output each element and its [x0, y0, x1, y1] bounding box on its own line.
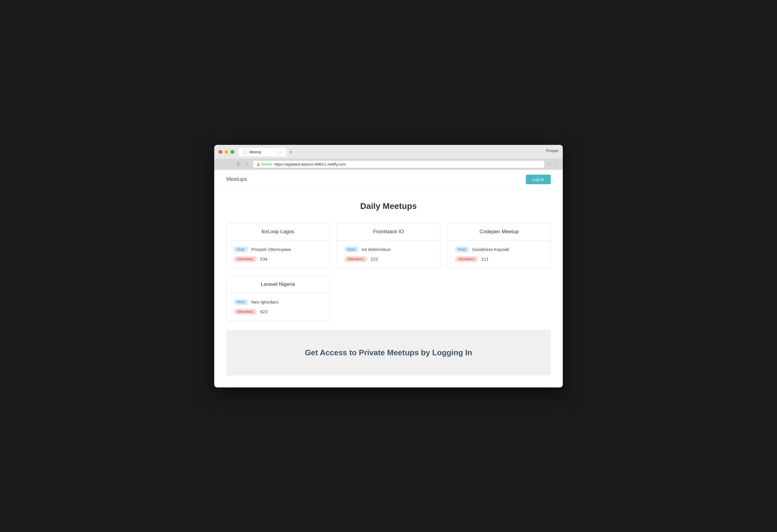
host-name-frontstack: Ire Aderinokun: [362, 247, 391, 252]
tab-page-icon: 📄: [243, 150, 247, 154]
card-header-frontstack: Frontstack IO: [337, 223, 440, 240]
host-name-laravel: Neo Ighodaro: [251, 299, 279, 305]
address-actions: ☆ ⋮: [547, 162, 559, 167]
address-url: https://agitated-davinci-4df0c1.netlify.…: [274, 162, 346, 167]
new-tab-button[interactable]: +: [287, 148, 295, 156]
browser-window: 📄 Meetup × + Prosper ‹ › ↻ ⌂ 🔒 Secure ht…: [214, 145, 563, 388]
login-button[interactable]: Log In: [526, 175, 551, 184]
attendees-row-codepen: Attendees: 111: [455, 256, 543, 262]
host-badge-frontstack: Host:: [344, 246, 359, 252]
attendees-badge-codepen: Attendees:: [455, 256, 478, 262]
title-bar: 📄 Meetup × + Prosper: [214, 145, 563, 159]
attendees-badge-laravel: Attendees:: [234, 309, 257, 315]
close-window-button[interactable]: [218, 150, 222, 154]
private-meetups-section: Get Access to Private Meetups by Logging…: [226, 330, 551, 376]
attendees-count-codepen: 111: [481, 256, 488, 261]
host-row-frontstack: Host: Ire Aderinokun: [344, 246, 433, 252]
meetup-cards-row1: forLoop Lagos Host: Prosper Otemuyiwa At…: [226, 223, 551, 269]
home-button[interactable]: ⌂: [244, 161, 250, 168]
card-title-laravel: Laravel Nigeria: [261, 281, 295, 287]
page-title: Daily Meetups: [226, 201, 551, 211]
host-row-forloop: Host: Prosper Otemuyiwa: [234, 246, 322, 252]
host-name-forloop: Prosper Otemuyiwa: [251, 247, 291, 252]
host-badge-codepen: Host:: [455, 246, 469, 252]
card-title-codepen: Codepen Meetup: [479, 229, 519, 234]
secure-badge: 🔒 Secure: [256, 162, 272, 166]
minimize-window-button[interactable]: [224, 150, 228, 154]
meetup-cards-row2: Laravel Nigeria Host: Neo Ighodaro Atten…: [226, 276, 551, 321]
attendees-row-forloop: Attendees: 534: [234, 256, 322, 262]
meetup-card-codepen: Codepen Meetup Host: Goodness Kayode Att…: [447, 223, 551, 269]
empty-col-3: [447, 276, 551, 321]
address-bar: ‹ › ↻ ⌂ 🔒 Secure https://agitated-davinc…: [214, 159, 563, 170]
bookmark-button[interactable]: ☆: [547, 162, 551, 167]
meetup-card-frontstack: Frontstack IO Host: Ire Aderinokun Atten…: [337, 223, 440, 269]
meetup-card-forloop: forLoop Lagos Host: Prosper Otemuyiwa At…: [226, 223, 330, 269]
card-body-codepen: Host: Goodness Kayode Attendees: 111: [448, 240, 550, 268]
attendees-badge-forloop: Attendees:: [234, 256, 257, 262]
tab-close-button[interactable]: ×: [278, 150, 283, 154]
nav-buttons: ‹ › ↻ ⌂: [218, 161, 250, 168]
reload-button[interactable]: ↻: [235, 161, 242, 168]
card-body-forloop: Host: Prosper Otemuyiwa Attendees: 534: [227, 240, 329, 268]
empty-col-2: [337, 276, 440, 321]
browser-tab[interactable]: 📄 Meetup ×: [239, 148, 287, 156]
main-content: Daily Meetups forLoop Lagos Host: Prospe…: [214, 189, 563, 388]
app-navbar: Meetups Log In: [214, 170, 563, 189]
traffic-lights: [218, 150, 234, 154]
card-title-forloop: forLoop Lagos: [262, 229, 295, 234]
address-input[interactable]: 🔒 Secure https://agitated-davinci-4df0c1…: [253, 161, 544, 168]
host-badge-laravel: Host:: [234, 299, 248, 305]
back-button[interactable]: ‹: [218, 161, 225, 168]
meetup-card-laravel: Laravel Nigeria Host: Neo Ighodaro Atten…: [226, 276, 330, 321]
card-header-forloop: forLoop Lagos: [227, 223, 329, 240]
secure-label: Secure: [261, 162, 272, 166]
private-section-title: Get Access to Private Meetups by Logging…: [238, 348, 539, 357]
host-row-laravel: Host: Neo Ighodaro: [234, 299, 322, 305]
window-user-label: Prosper: [546, 149, 559, 155]
attendees-count-forloop: 534: [260, 256, 267, 261]
host-badge-forloop: Host:: [234, 246, 248, 252]
card-title-frontstack: Frontstack IO: [373, 229, 404, 234]
card-body-frontstack: Host: Ire Aderinokun Attendees: 222: [337, 240, 440, 268]
card-header-codepen: Codepen Meetup: [448, 223, 550, 240]
card-header-laravel: Laravel Nigeria: [227, 276, 329, 293]
browser-menu-button[interactable]: ⋮: [554, 162, 559, 167]
host-row-codepen: Host: Goodness Kayode: [455, 246, 543, 252]
tab-bar: 📄 Meetup × +: [239, 148, 546, 156]
attendees-count-laravel: 623: [260, 309, 267, 314]
forward-button[interactable]: ›: [227, 161, 233, 168]
lock-icon: 🔒: [256, 162, 260, 166]
attendees-count-frontstack: 222: [370, 256, 378, 261]
host-name-codepen: Goodness Kayode: [472, 247, 509, 252]
app-logo: Meetups: [226, 176, 247, 183]
tab-title: Meetup: [249, 150, 261, 154]
maximize-window-button[interactable]: [230, 150, 234, 154]
app-content: Meetups Log In Daily Meetups forLoop Lag…: [214, 170, 563, 388]
attendees-row-frontstack: Attendees: 222: [344, 256, 433, 262]
attendees-row-laravel: Attendees: 623: [234, 309, 322, 315]
card-body-laravel: Host: Neo Ighodaro Attendees: 623: [227, 293, 329, 321]
attendees-badge-frontstack: Attendees:: [344, 256, 367, 262]
